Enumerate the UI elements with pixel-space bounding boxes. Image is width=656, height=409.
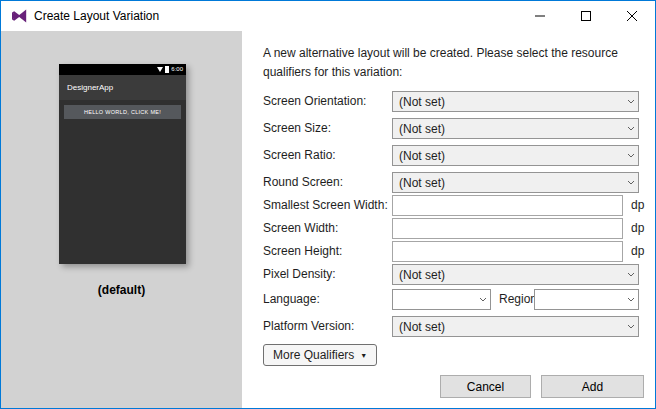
preview-caption: (default) — [1, 283, 242, 297]
form-row: Platform Version: (Not set) — [263, 316, 639, 337]
qualifiers-form: A new alternative layout will be created… — [242, 31, 655, 408]
chevron-down-icon — [627, 272, 635, 277]
layout-preview-thumbnail: 6:00 DesignerApp HELLO WORLD, CLICK ME! — [59, 64, 186, 264]
maximize-button[interactable] — [563, 1, 609, 31]
screen-width-input[interactable] — [392, 218, 623, 239]
chevron-down-icon — [627, 126, 635, 131]
chevron-down-icon — [479, 297, 487, 302]
field-label: Screen Ratio: — [263, 148, 336, 162]
form-row: Round Screen: (Not set) — [263, 172, 639, 193]
region-select[interactable] — [534, 289, 639, 310]
field-label: Screen Size: — [263, 121, 331, 135]
screen-height-input[interactable] — [392, 241, 623, 262]
field-label: Screen Orientation: — [263, 94, 366, 108]
screen-ratio-select[interactable]: (Not set) — [392, 145, 639, 166]
phone-statusbar: 6:00 — [59, 64, 186, 75]
phone-screen-button: HELLO WORLD, CLICK ME! — [64, 105, 181, 119]
form-row: Screen Ratio: (Not set) — [263, 145, 639, 166]
field-label: Round Screen: — [263, 175, 343, 189]
create-layout-variation-dialog: Create Layout Variation 6:00 DesignerApp — [0, 0, 656, 409]
field-label: Platform Version: — [263, 319, 354, 333]
round-screen-select[interactable]: (Not set) — [392, 172, 639, 193]
chevron-down-icon — [627, 324, 635, 329]
language-select[interactable] — [392, 289, 491, 310]
preview-panel: 6:00 DesignerApp HELLO WORLD, CLICK ME! … — [1, 31, 242, 408]
battery-icon — [165, 66, 169, 73]
form-row: Language: Region: — [263, 289, 639, 310]
phone-appbar: DesignerApp — [59, 75, 186, 100]
unit-label: dp — [631, 221, 644, 235]
chevron-down-icon — [627, 99, 635, 104]
pixel-density-select[interactable]: (Not set) — [392, 264, 639, 285]
dropdown-arrow-icon: ▼ — [360, 352, 367, 359]
close-button[interactable] — [609, 1, 655, 31]
field-label: Pixel Density: — [263, 267, 336, 281]
chevron-down-icon — [627, 297, 635, 302]
field-label: Language: — [263, 292, 320, 306]
phone-app-title: DesignerApp — [67, 83, 113, 92]
chevron-down-icon — [627, 180, 635, 185]
cancel-button[interactable]: Cancel — [440, 375, 531, 398]
smallest-screen-width-input[interactable] — [392, 195, 623, 216]
field-label: Screen Height: — [263, 244, 342, 258]
form-row: Screen Orientation: (Not set) — [263, 91, 639, 112]
more-qualifiers-button[interactable]: More Qualifiers ▼ — [263, 344, 377, 366]
instructions-text: A new alternative layout will be created… — [263, 44, 649, 82]
field-label: Screen Width: — [263, 221, 338, 235]
form-row: Screen Size: (Not set) — [263, 118, 639, 139]
wifi-icon — [157, 67, 163, 72]
window-title: Create Layout Variation — [34, 9, 159, 23]
unit-label: dp — [631, 244, 644, 258]
field-label: Smallest Screen Width: — [263, 198, 388, 212]
maximize-icon — [581, 11, 591, 21]
visual-studio-logo-icon — [11, 8, 27, 24]
status-time: 6:00 — [171, 64, 183, 75]
form-row: Smallest Screen Width: dp — [263, 195, 639, 216]
form-row: Pixel Density: (Not set) — [263, 264, 639, 285]
form-row: Screen Width: dp — [263, 218, 639, 239]
screen-size-select[interactable]: (Not set) — [392, 118, 639, 139]
window-controls — [517, 1, 655, 31]
chevron-down-icon — [627, 153, 635, 158]
platform-version-select[interactable]: (Not set) — [392, 316, 639, 337]
minimize-button[interactable] — [517, 1, 563, 31]
titlebar: Create Layout Variation — [1, 1, 655, 31]
screen-orientation-select[interactable]: (Not set) — [392, 91, 639, 112]
form-row: Screen Height: dp — [263, 241, 639, 262]
close-icon — [627, 11, 637, 21]
minimize-icon — [535, 11, 545, 21]
unit-label: dp — [631, 198, 644, 212]
add-button[interactable]: Add — [541, 375, 644, 398]
